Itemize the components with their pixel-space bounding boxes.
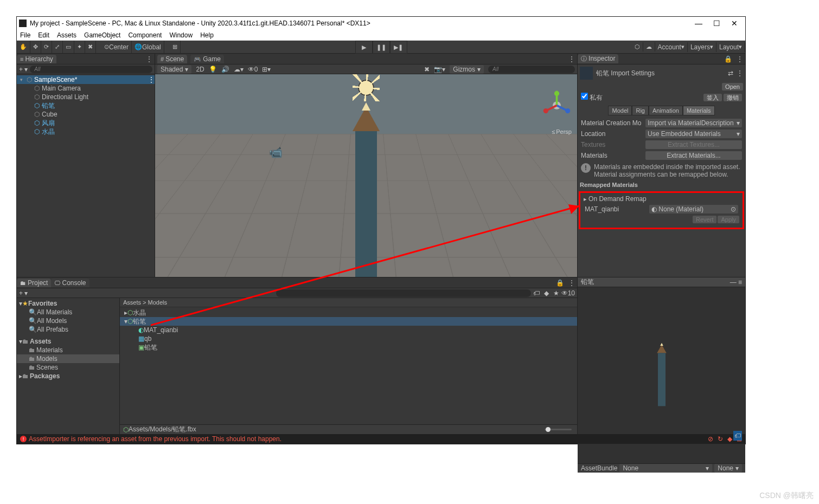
play-button[interactable]: ▶ (355, 41, 373, 54)
menu-edit[interactable]: Edit (38, 31, 49, 39)
extract-materials-button[interactable]: Extract Materials... (645, 151, 742, 160)
project-search[interactable] (276, 289, 531, 297)
layout-dropdown[interactable]: Layout ▾ (716, 42, 745, 52)
packages-root[interactable]: ▸🖿 Packages (17, 372, 119, 380)
move-tool[interactable]: ✥ (30, 41, 41, 53)
revoke-button[interactable]: 撤销 (724, 94, 742, 101)
transform-tool[interactable]: ✦ (74, 41, 85, 53)
favorites-root[interactable]: ▾★ Favorites (17, 299, 119, 308)
rig-tab[interactable]: Rig (632, 106, 649, 115)
menu-file[interactable]: File (20, 31, 30, 39)
minimize-button[interactable]: — (695, 19, 702, 28)
projection-label[interactable]: Persp (552, 128, 572, 135)
model-tab[interactable]: Model (608, 106, 632, 115)
favorite-item[interactable]: 🔍 All Prefabs (17, 325, 119, 334)
revert-button[interactable]: Revert (693, 216, 716, 223)
materials-tab[interactable]: Materials (683, 106, 715, 115)
tab-menu-icon[interactable]: ⋮ (566, 55, 577, 63)
tab-menu-icon[interactable]: ⋮ (144, 55, 155, 63)
assetbundle-dropdown[interactable]: None▾ (619, 464, 712, 473)
hierarchy-item[interactable]: ⬡Directional Light (17, 93, 155, 101)
extract-textures-button[interactable]: Extract Textures... (645, 140, 742, 149)
gizmos-dropdown[interactable]: Gizmos ▾ (450, 65, 484, 74)
scale-tool[interactable]: ⤢ (52, 41, 63, 53)
signin-button[interactable]: 签入 (703, 94, 722, 101)
favorite-item[interactable]: 🔍 All Materials (17, 308, 119, 316)
assets-root[interactable]: ▾🖿 Assets (17, 337, 119, 346)
hierarchy-item[interactable]: ⬡水晶 (17, 127, 155, 136)
grid-toggle[interactable]: ⊞▾ (262, 66, 271, 73)
orientation-gizmo[interactable]: y (542, 91, 572, 120)
pause-button[interactable]: ❚❚ (373, 41, 390, 54)
hand-tool[interactable]: ✋ (17, 41, 30, 53)
menu-assets[interactable]: Assets (57, 31, 76, 39)
animation-tab[interactable]: Animation (649, 106, 683, 115)
status-icon[interactable]: ↻ (718, 435, 723, 443)
status-bar[interactable]: ! AssetImporter is referencing an asset … (17, 434, 745, 444)
lock-icon[interactable]: 🔒 (722, 55, 734, 63)
object-picker-icon[interactable]: ⊙ (731, 205, 736, 213)
collab-button[interactable]: ⬡ (632, 42, 643, 51)
layers-dropdown[interactable]: Layers ▾ (688, 42, 716, 52)
pivot-toggle[interactable]: ⊙Center (101, 41, 132, 53)
scene-tab[interactable]: # Scene (157, 55, 187, 63)
snap-toggle[interactable]: ⊞ (170, 41, 181, 53)
asset-item[interactable]: ▸⬡ 水晶 (120, 308, 577, 317)
filter-icon[interactable]: ★ (553, 289, 559, 297)
asset-item[interactable]: ▦ qb (120, 334, 577, 343)
hierarchy-item[interactable]: ⬡Main Camera (17, 84, 155, 93)
private-checkbox[interactable] (581, 93, 588, 100)
hierarchy-item[interactable]: ⬡铅笔 (17, 101, 155, 110)
hidden-count[interactable]: 👁10 (561, 289, 575, 297)
folder-item[interactable]: 🖿 Scenes (17, 363, 119, 372)
maximize-button[interactable]: ☐ (713, 19, 720, 28)
audio-toggle[interactable]: 🔊 (221, 66, 229, 73)
addcomponent-icon[interactable]: ⇄ (728, 69, 733, 77)
inspector-tab[interactable]: ⓘ Inspector (578, 54, 618, 63)
thumbnail-size-slider[interactable] (545, 429, 572, 430)
folder-item[interactable]: 🖿 Models (17, 354, 119, 363)
tools-toggle[interactable]: ✖ (424, 66, 430, 73)
filter-icon[interactable]: 🏷 (533, 289, 540, 297)
breadcrumb[interactable]: Assets > Models (120, 298, 577, 307)
asset-item[interactable]: ▣ 铅笔 (120, 343, 577, 352)
asset-item[interactable]: ◐ MAT_qianbi (120, 326, 577, 334)
close-button[interactable]: ✕ (731, 19, 738, 28)
on-demand-foldout[interactable]: ▸ On Demand Remap (581, 194, 741, 204)
light-toggle[interactable]: 💡 (209, 66, 217, 73)
material-slot[interactable]: ◐ None (Material)⊙ (649, 205, 738, 214)
asset-item[interactable]: ▾⬡ 铅笔 (120, 317, 577, 326)
console-tab[interactable]: 🖵 Console (51, 279, 89, 287)
mat-creation-dropdown[interactable]: Import via MaterialDescription▾ (645, 119, 742, 127)
status-icon[interactable]: ◆ (727, 435, 732, 443)
hierarchy-tab[interactable]: ≡ Hierarchy (17, 55, 56, 63)
account-dropdown[interactable]: Account ▾ (655, 42, 688, 52)
hierarchy-item[interactable]: ⬡Cube (17, 110, 155, 119)
2d-toggle[interactable]: 2D (196, 66, 204, 73)
variant-dropdown[interactable]: None ▾ (714, 464, 742, 473)
asset-label-icon[interactable]: 🏷 (733, 431, 742, 441)
scene-viewport[interactable]: 📹 y Persp (155, 74, 577, 277)
folder-item[interactable]: 🖿 Materials (17, 346, 119, 354)
step-button[interactable]: ▶❚ (390, 41, 407, 54)
location-dropdown[interactable]: Use Embedded Materials▾ (645, 130, 742, 138)
hierarchy-search[interactable] (30, 66, 152, 73)
tab-menu-icon[interactable]: ⋮ (566, 279, 577, 287)
tab-menu-icon[interactable]: ⋮ (737, 69, 743, 77)
game-tab[interactable]: 🎮 Game (190, 55, 224, 63)
fx-toggle[interactable]: ☁▾ (234, 66, 244, 73)
hierarchy-item[interactable]: ⬡风扇 (17, 119, 155, 127)
apply-button[interactable]: Apply (718, 216, 739, 223)
project-tab[interactable]: 🖿 Project (17, 279, 51, 287)
rotate-tool[interactable]: ⟳ (41, 41, 52, 53)
camera-toggle[interactable]: 📷▾ (434, 66, 445, 73)
filter-icon[interactable]: ◆ (544, 289, 549, 297)
menu-help[interactable]: Help (200, 31, 214, 39)
scene-search[interactable] (488, 66, 575, 73)
lock-icon[interactable]: 🔒 (554, 279, 566, 287)
tab-menu-icon[interactable]: ⋮ (734, 55, 745, 63)
create-dropdown[interactable]: + ▾ (19, 289, 28, 297)
space-toggle[interactable]: 🌐Global (132, 41, 164, 53)
custom-tool[interactable]: ✖ (85, 41, 96, 53)
menu-component[interactable]: Component (128, 31, 162, 39)
